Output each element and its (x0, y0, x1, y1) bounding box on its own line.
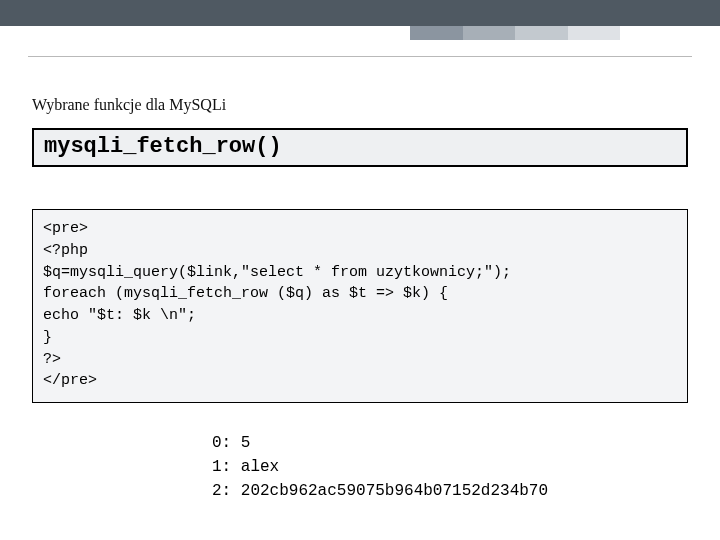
code-line: foreach (mysqli_fetch_row ($q) as $t => … (43, 285, 448, 302)
code-line: $q=mysqli_query($link,"select * from uzy… (43, 264, 511, 281)
accent-seg (568, 26, 621, 40)
horizontal-rule (28, 56, 692, 57)
code-line: echo "$t: $k \n"; (43, 307, 196, 324)
code-line: } (43, 329, 52, 346)
accent-seg (410, 26, 463, 40)
output-block: 0: 5 1: alex 2: 202cb962ac59075b964b0715… (212, 431, 688, 503)
accent-seg (515, 26, 568, 40)
output-line: 0: 5 (212, 434, 250, 452)
function-name: mysqli_fetch_row() (44, 134, 282, 159)
code-line: </pre> (43, 372, 97, 389)
function-name-box: mysqli_fetch_row() (32, 128, 688, 167)
accent-strip (410, 26, 620, 40)
output-line: 1: alex (212, 458, 279, 476)
code-line: <pre> (43, 220, 88, 237)
section-subtitle: Wybrane funkcje dla MySQLi (32, 96, 688, 114)
accent-seg (463, 26, 516, 40)
output-line: 2: 202cb962ac59075b964b07152d234b70 (212, 482, 548, 500)
code-example-box: <pre> <?php $q=mysqli_query($link,"selec… (32, 209, 688, 403)
slide-top-bar (0, 0, 720, 26)
code-line: <?php (43, 242, 88, 259)
slide-content: Wybrane funkcje dla MySQLi mysqli_fetch_… (0, 26, 720, 503)
code-line: ?> (43, 351, 61, 368)
